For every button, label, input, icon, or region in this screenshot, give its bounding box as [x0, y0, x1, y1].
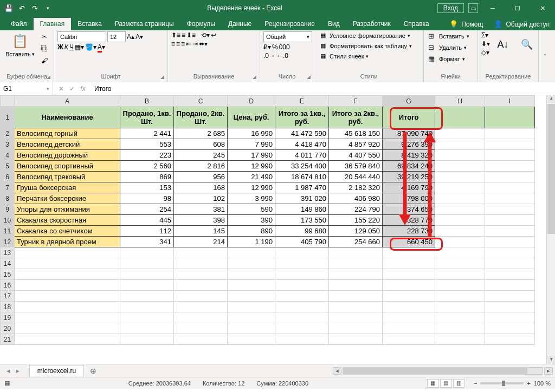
cell-data[interactable]: 2 685	[174, 128, 228, 139]
cell-data[interactable]: 16 990	[228, 128, 275, 139]
cell-data[interactable]: 381	[174, 204, 228, 215]
cell-data[interactable]: 4 011 770	[275, 150, 329, 161]
row-header-4[interactable]: 4	[1, 150, 15, 161]
empty-cell[interactable]	[485, 291, 535, 302]
empty-cell[interactable]	[485, 258, 535, 269]
row-header-19[interactable]: 19	[1, 312, 15, 323]
cell-data[interactable]: 12 990	[228, 182, 275, 193]
row-header-7[interactable]: 7	[1, 182, 15, 193]
col-header-I[interactable]: I	[485, 96, 535, 107]
empty-cell[interactable]	[15, 323, 120, 334]
cell-data[interactable]: 4 407 550	[329, 150, 383, 161]
tab-разметка страницы[interactable]: Разметка страницы	[108, 18, 180, 30]
ribbon-options-icon[interactable]: ▭	[468, 3, 478, 13]
fill-color-button[interactable]: 🪣▾	[85, 43, 96, 51]
cell-name[interactable]: Скакалка скоростная	[15, 215, 120, 226]
empty-cell[interactable]	[120, 269, 174, 280]
cell-data[interactable]: 445	[120, 215, 174, 226]
cell-data[interactable]: 168	[174, 182, 228, 193]
tab-рецензирование[interactable]: Рецензирование	[258, 18, 321, 30]
merge-cells-icon[interactable]: ⬌▾	[199, 40, 208, 48]
empty-cell[interactable]	[15, 258, 120, 269]
row-header-8[interactable]: 8	[1, 193, 15, 204]
empty-cell[interactable]	[329, 280, 383, 291]
tab-формулы[interactable]: Формулы	[180, 18, 222, 30]
cut-button[interactable]: ✂	[39, 31, 50, 42]
comma-icon[interactable]: 000	[279, 43, 290, 51]
cell-data[interactable]: 129 050	[329, 226, 383, 237]
empty-cell[interactable]	[15, 269, 120, 280]
save-icon[interactable]: 💾	[4, 4, 13, 12]
cell-data[interactable]: 553	[120, 139, 174, 150]
col-header-A[interactable]: A	[15, 96, 120, 107]
empty-cell[interactable]	[383, 291, 435, 302]
empty-cell[interactable]	[275, 269, 329, 280]
sign-in-button[interactable]: Вход	[437, 3, 464, 13]
cell-name[interactable]: Велосипед дорожный	[15, 150, 120, 161]
zoom-level[interactable]: 100 %	[534, 380, 551, 387]
row-header-20[interactable]: 20	[1, 323, 15, 334]
border-button[interactable]: ▦▾	[75, 43, 84, 51]
cell-data[interactable]: 245	[174, 150, 228, 161]
cell-data[interactable]: 36 579 840	[329, 161, 383, 172]
empty-cell[interactable]	[275, 247, 329, 258]
empty-cell[interactable]	[435, 334, 485, 345]
empty-cell[interactable]	[485, 323, 535, 334]
cell-data[interactable]: 18 674 810	[275, 172, 329, 182]
align-left-icon[interactable]: ≡	[171, 40, 175, 48]
dialog-launcher-icon[interactable]: ◢	[253, 74, 256, 80]
collapse-ribbon-icon[interactable]: ˄	[539, 30, 551, 82]
cell-total[interactable]: 4 169 790	[383, 182, 435, 193]
empty-cell[interactable]	[174, 247, 228, 258]
underline-button[interactable]: Ч	[69, 43, 74, 51]
font-name-input[interactable]	[57, 31, 106, 42]
cell-total[interactable]: 8 419 320	[383, 150, 435, 161]
empty-cell[interactable]	[275, 312, 329, 323]
indent-decrease-icon[interactable]: ⇤	[186, 40, 191, 48]
percent-icon[interactable]: %	[272, 43, 278, 51]
empty-cell[interactable]	[329, 269, 383, 280]
enter-icon[interactable]: ✓	[67, 85, 77, 93]
cell-total[interactable]: 69 834 240	[383, 161, 435, 172]
row-header-9[interactable]: 9	[1, 204, 15, 215]
row-header-14[interactable]: 14	[1, 258, 15, 269]
cell-data[interactable]: 2 441	[120, 128, 174, 139]
cell-total[interactable]: 87 090 740	[383, 128, 435, 139]
cell-data[interactable]: 4 857 920	[329, 139, 383, 150]
empty-cell[interactable]	[275, 258, 329, 269]
empty-cell[interactable]	[329, 291, 383, 302]
qat-dropdown-icon[interactable]: ▾	[43, 4, 52, 12]
cell-data[interactable]: 41 472 590	[275, 128, 329, 139]
empty-cell[interactable]	[435, 312, 485, 323]
empty-cell[interactable]	[228, 312, 275, 323]
horizontal-scrollbar[interactable]	[343, 367, 543, 375]
cell-data[interactable]: 7 990	[228, 139, 275, 150]
clear-icon[interactable]: ◇▾	[481, 49, 490, 56]
header-cell[interactable]: Наименование	[15, 107, 120, 128]
row-header-5[interactable]: 5	[1, 161, 15, 172]
scrollbar-thumb[interactable]	[343, 368, 527, 374]
cell-data[interactable]: 145	[174, 226, 228, 237]
cell-data[interactable]: 223	[120, 150, 174, 161]
zoom-out-icon[interactable]: −	[474, 380, 477, 387]
orientation-icon[interactable]: ⟲▾	[201, 31, 210, 39]
shrink-font-icon[interactable]: A▾	[135, 33, 143, 41]
empty-cell[interactable]	[15, 312, 120, 323]
empty-cell[interactable]	[15, 280, 120, 291]
tab-вставка[interactable]: Вставка	[71, 18, 108, 30]
indent-increase-icon[interactable]: ⇥	[192, 40, 198, 48]
empty-cell[interactable]	[435, 302, 485, 312]
empty-cell[interactable]	[174, 280, 228, 291]
find-select-button[interactable]: 🔍	[516, 31, 538, 54]
align-right-icon[interactable]: ≡	[181, 40, 185, 48]
delete-cells-button[interactable]: ⊟Удалить▾	[427, 43, 468, 52]
header-cell[interactable]: Итого за 1кв., руб.	[275, 107, 329, 128]
tab-разработчик[interactable]: Разработчик	[346, 18, 397, 30]
formula-input[interactable]	[91, 83, 555, 94]
cell-data[interactable]: 390	[228, 215, 275, 226]
scrollbar-thumb[interactable]	[547, 104, 555, 234]
cell-data[interactable]: 12 990	[228, 161, 275, 172]
cell-total[interactable]: 228 730	[383, 226, 435, 237]
empty-cell[interactable]	[174, 334, 228, 345]
cell-name[interactable]: Скакалка со счетчиком	[15, 226, 120, 237]
